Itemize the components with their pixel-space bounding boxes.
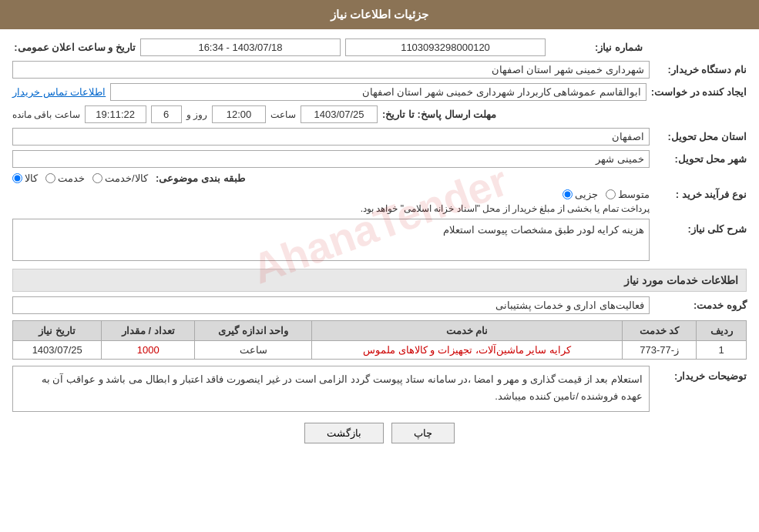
org-label: نام دستگاه خریدار:: [654, 64, 747, 75]
radio-kala-input[interactable]: [12, 173, 22, 183]
radio-mottavaset-input[interactable]: [606, 189, 616, 199]
deadline-day-label: روز و: [186, 109, 207, 120]
deadline-label: مهلت ارسال پاسخ: تا تاریخ:: [382, 109, 496, 120]
col-header-qty: تعداد / مقدار: [102, 321, 195, 341]
creator-label: ایجاد کننده در خواست:: [651, 86, 747, 98]
radio-kala-khedmat-input[interactable]: [92, 173, 102, 183]
page-title: جزئیات اطلاعات نیاز: [331, 8, 428, 21]
need-number-value: 1103093298000120: [345, 38, 546, 56]
need-number-label: شماره نیاز:: [550, 42, 643, 53]
radio-kala-label: کالا: [25, 172, 38, 184]
city-label: شهر محل تحویل:: [654, 153, 747, 165]
service-group-label: گروه خدمت:: [654, 299, 747, 311]
cell-date: 1403/07/25: [13, 341, 102, 360]
buyer-notes-box: استعلام بعد از قیمت گذاری و مهر و امضا ،…: [12, 366, 650, 412]
services-table: ردیف کد خدمت نام خدمت واحد اندازه گیری ت…: [12, 320, 747, 360]
deadline-days: 6: [151, 105, 182, 123]
deadline-remaining: 19:11:22: [85, 105, 146, 123]
col-header-code: کد خدمت: [622, 321, 696, 341]
cell-unit: ساعت: [195, 341, 312, 360]
province-label: استان محل تحویل:: [654, 131, 747, 142]
category-label: طبقه بندی موضوعی:: [153, 172, 245, 184]
cell-qty: 1000: [102, 341, 195, 360]
announce-label: تاریخ و ساعت اعلان عمومی:: [12, 42, 136, 53]
category-radio-group: کالا/خدمت خدمت کالا: [12, 172, 148, 184]
services-section-title: اطلاعات خدمات مورد نیاز: [12, 269, 747, 292]
description-box: هزینه کرایه لودر طبق مشخصات پیوست استعلا…: [12, 219, 650, 261]
announce-value: 1403/07/18 - 16:34: [140, 38, 341, 56]
back-button[interactable]: بازگشت: [304, 423, 384, 443]
description-value: هزینه کرایه لودر طبق مشخصات پیوست استعلا…: [443, 224, 644, 236]
deadline-time-label: ساعت: [270, 109, 296, 120]
radio-kala[interactable]: کالا: [12, 172, 38, 184]
print-button[interactable]: چاپ: [391, 423, 455, 443]
deadline-remaining-label: ساعت باقی مانده: [12, 109, 80, 120]
radio-kala-khedmat-label: کالا/خدمت: [105, 172, 148, 184]
purchase-type-label: نوع فرآیند خرید :: [654, 189, 747, 200]
deadline-date: 1403/07/25: [301, 105, 378, 123]
radio-jozi-label: جزیی: [575, 189, 598, 200]
radio-kala-khedmat[interactable]: کالا/خدمت: [92, 172, 148, 184]
cell-code: ز-77-773: [622, 341, 696, 360]
deadline-time: 12:00: [212, 105, 266, 123]
purchase-note: پرداخت تمام یا بخشی از مبلغ خریدار از مح…: [12, 203, 650, 214]
contact-link[interactable]: اطلاعات تماس خریدار: [12, 86, 106, 98]
city-value: خمینی شهر: [12, 150, 650, 168]
radio-jozi-input[interactable]: [563, 189, 573, 199]
radio-mottavaset[interactable]: متوسط: [606, 189, 650, 200]
table-row: 1 ز-77-773 کرایه سایر ماشین‌آلات، تجهیزا…: [13, 341, 747, 360]
radio-khedmat[interactable]: خدمت: [45, 172, 85, 184]
col-header-unit: واحد اندازه گیری: [195, 321, 312, 341]
service-group-value: فعالیت‌های اداری و خدمات پشتیبانی: [12, 296, 650, 314]
buyer-notes-label: توضیحات خریدار:: [654, 366, 747, 382]
buyer-notes-value: استعلام بعد از قیمت گذاری و مهر و امضا ،…: [42, 373, 643, 402]
radio-khedmat-label: خدمت: [58, 172, 85, 184]
description-label: شرح کلی نیاز:: [654, 219, 747, 235]
creator-value: ابوالقاسم عموشاهی کاربردار شهرداری خمینی…: [110, 83, 646, 101]
cell-name: کرایه سایر ماشین‌آلات، تجهیزات و کالاهای…: [312, 341, 623, 360]
radio-jozi[interactable]: جزیی: [563, 189, 598, 200]
org-value: شهرداری خمینی شهر استان اصفهان: [12, 61, 650, 79]
province-value: اصفهان: [12, 128, 650, 146]
col-header-name: نام خدمت: [312, 321, 623, 341]
page-header: جزئیات اطلاعات نیاز: [0, 0, 759, 29]
radio-mottavaset-label: متوسط: [618, 189, 650, 200]
radio-khedmat-input[interactable]: [45, 173, 55, 183]
cell-row: 1: [697, 341, 747, 360]
col-header-date: تاریخ نیاز: [13, 321, 102, 341]
col-header-row: ردیف: [697, 321, 747, 341]
buttons-row: چاپ بازگشت: [12, 423, 747, 443]
